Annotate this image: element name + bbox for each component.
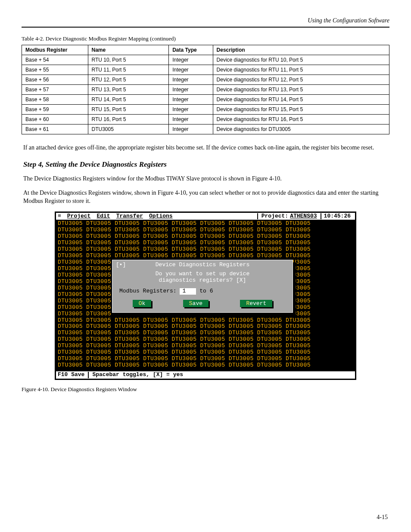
save-button[interactable]: Save [183, 300, 209, 307]
bg-line: DTU3005DTU3005DTU3005DTU3005DTU3005DTU30… [58, 240, 353, 246]
bg-line: DTU3005DTU3005DTU3005DTU3005DTU3005DTU30… [58, 349, 353, 356]
col-header: Modbus Register [22, 45, 88, 55]
table-cell: Device diagnostics for RTU 12, Port 5 [213, 75, 389, 85]
bg-line: DTU3005DTU3005DTU3005DTU3005DTU3005DTU30… [58, 233, 353, 240]
bg-line: DTU3005DTU3005DTU3005DTU3005DTU3005DTU30… [58, 253, 353, 259]
bg-line: DTU3005DTU3005DTU3005DTU3005DTU3005DTU30… [58, 227, 353, 233]
table-caption: Table 4-2. Device Diagnostic Modbus Regi… [22, 35, 389, 42]
modbus-register-row: Modbus Registers: 1 to 6 [119, 288, 288, 295]
table-cell: RTU 14, Port 5 [88, 95, 169, 105]
col-header: Description [213, 45, 389, 55]
paragraph: At the Device Diagnostics Registers wind… [23, 189, 388, 205]
close-icon[interactable]: [▪] [116, 262, 126, 268]
register-table: Modbus Register Name Data Type Descripti… [22, 45, 389, 134]
table-cell: RTU 16, Port 5 [88, 115, 169, 124]
status-f10: F10 Save [58, 372, 89, 378]
table-row: Base + 58RTU 14, Port 5IntegerDevice dia… [22, 95, 389, 105]
revert-button[interactable]: Revert [240, 300, 272, 307]
table-row: Base + 59RTU 15, Port 5IntegerDevice dia… [22, 105, 389, 115]
dialog-question: diagnostics registers? [X] [117, 277, 288, 284]
table-row: Base + 54RTU 10, Port 5IntegerDevice dia… [22, 55, 389, 65]
step-heading: Step 4, Setting the Device Diagnostics R… [23, 160, 388, 170]
table-cell: Device diagnostics for RTU 15, Port 5 [213, 105, 389, 115]
table-header-row: Modbus Register Name Data Type Descripti… [22, 45, 389, 55]
bg-line: DTU3005DTU3005DTU3005DTU3005DTU3005DTU30… [58, 330, 353, 336]
table-cell: Device diagnostics for RTU 10, Port 5 [213, 55, 389, 65]
paragraph: If an attached device goes off-line, the… [23, 144, 388, 152]
dos-background: DTU3005DTU3005DTU3005DTU3005DTU3005DTU30… [56, 220, 355, 371]
table-cell: Base + 60 [22, 115, 88, 124]
table-cell: Device diagnostics for RTU 11, Port 5 [213, 65, 389, 75]
table-cell: Integer [169, 115, 213, 124]
dialog-title: Device Diagnostics Registers [156, 261, 249, 268]
table-cell: Integer [169, 95, 213, 105]
col-header: Name [88, 45, 169, 55]
table-cell: Device diagnostics for DTU3005 [213, 124, 389, 134]
table-cell: Base + 57 [22, 85, 88, 95]
table-cell: RTU 11, Port 5 [88, 65, 169, 75]
table-row: Base + 57RTU 13, Port 5IntegerDevice dia… [22, 85, 389, 95]
table-cell: Base + 55 [22, 65, 88, 75]
menu-edit[interactable]: Edit [97, 213, 110, 220]
table-cell: Base + 58 [22, 95, 88, 105]
ok-button[interactable]: Ok [133, 300, 152, 307]
table-row: Base + 56RTU 12, Port 5IntegerDevice dia… [22, 75, 389, 85]
menu-transfer[interactable]: Transfer [116, 213, 143, 220]
table-cell: Base + 54 [22, 55, 88, 65]
bg-line: DTU3005DTU3005DTU3005DTU3005DTU3005DTU30… [58, 324, 353, 330]
table-cell: Base + 56 [22, 75, 88, 85]
table-cell: DTU3005 [88, 124, 169, 134]
section-title: Using the Configuration Software [22, 17, 389, 24]
table-cell: Integer [169, 85, 213, 95]
table-row: Base + 55RTU 11, Port 5IntegerDevice dia… [22, 65, 389, 75]
bg-line: DTU3005DTU3005DTU3005DTU3005DTU3005DTU30… [58, 343, 353, 349]
table-cell: Base + 61 [22, 124, 88, 134]
status-hint: Spacebar toggles, [X] = yes [92, 372, 183, 378]
table-cell: Integer [169, 65, 213, 75]
bg-line: DTU3005DTU3005DTU3005DTU3005DTU3005DTU30… [58, 246, 353, 253]
table-cell: Integer [169, 105, 213, 115]
page-number: 4-15 [377, 514, 388, 521]
project-indicator: Project: ATHENS03 [257, 213, 321, 220]
table-cell: RTU 13, Port 5 [88, 85, 169, 95]
header-rule [22, 27, 389, 28]
table-row: Base + 61DTU3005IntegerDevice diagnostic… [22, 124, 389, 134]
table-cell: RTU 10, Port 5 [88, 55, 169, 65]
table-cell: RTU 12, Port 5 [88, 75, 169, 85]
clock: 10:45:26 [321, 213, 353, 220]
modbus-register-input[interactable]: 1 [180, 288, 196, 295]
bg-line: DTU3005DTU3005DTU3005DTU3005DTU3005DTU30… [58, 317, 353, 324]
table-cell: Integer [169, 55, 213, 65]
menu-options[interactable]: Options [149, 213, 173, 220]
table-cell: Base + 59 [22, 105, 88, 115]
table-row: Base + 60RTU 16, Port 5IntegerDevice dia… [22, 115, 389, 124]
bg-line: DTU3005DTU3005DTU3005DTU3005DTU3005DTU30… [58, 221, 353, 227]
menu-project[interactable]: Project [67, 213, 91, 220]
paragraph: The Device Diagnostics Registers window … [23, 175, 388, 183]
table-cell: RTU 15, Port 5 [88, 105, 169, 115]
bg-line: DTU3005DTU3005DTU3005DTU3005DTU3005DTU30… [58, 356, 353, 362]
menu-system-icon[interactable]: ≡ [58, 213, 61, 220]
figure-caption: Figure 4-10. Device Diagnostics Register… [22, 386, 389, 393]
dos-statusbar: F10 Save Spacebar toggles, [X] = yes [56, 371, 355, 379]
bg-line: DTU3005DTU3005DTU3005DTU3005DTU3005DTU30… [58, 362, 353, 369]
table-cell: Integer [169, 124, 213, 134]
dos-menubar: ≡ Project Edit Transfer Options Project:… [56, 213, 355, 220]
bg-line: DTU3005DTU3005DTU3005DTU3005DTU3005DTU30… [58, 336, 353, 343]
diagnostics-dialog: [▪] Device Diagnostics Registers Do you … [112, 260, 293, 313]
col-header: Data Type [169, 45, 213, 55]
table-cell: Device diagnostics for RTU 13, Port 5 [213, 85, 389, 95]
table-cell: Integer [169, 75, 213, 85]
dos-screenshot: ≡ Project Edit Transfer Options Project:… [55, 212, 356, 380]
table-cell: Device diagnostics for RTU 16, Port 5 [213, 115, 389, 124]
table-cell: Device diagnostics for RTU 14, Port 5 [213, 95, 389, 105]
dialog-question: Do you want to set up device [117, 271, 288, 277]
